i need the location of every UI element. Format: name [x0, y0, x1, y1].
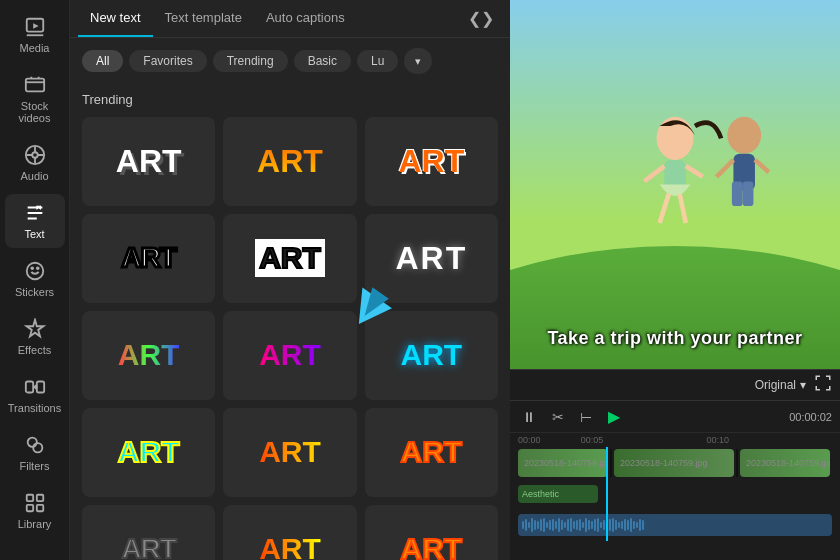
wave-bar: [564, 522, 566, 528]
tab-new-text[interactable]: New text: [78, 0, 153, 37]
sidebar-label-effects: Effects: [18, 344, 51, 356]
pill-favorites[interactable]: Favorites: [129, 50, 206, 72]
label-clip[interactable]: Aesthetic: [518, 485, 598, 503]
text-card-13[interactable]: ART: [82, 505, 215, 561]
wave-bar: [603, 520, 605, 530]
svg-rect-3: [25, 79, 43, 92]
text-card-1[interactable]: ART: [82, 117, 215, 206]
ruler-05: 00:05: [581, 435, 707, 445]
sidebar-item-text[interactable]: Text: [5, 194, 65, 248]
pause-button[interactable]: ⏸: [518, 407, 540, 427]
wave-bar: [624, 519, 626, 531]
svg-rect-16: [26, 505, 32, 511]
sidebar-item-transitions[interactable]: Transitions: [5, 368, 65, 422]
svg-point-7: [26, 263, 43, 280]
tab-auto-captions[interactable]: Auto captions: [254, 0, 357, 37]
text-card-4[interactable]: ART: [82, 214, 215, 303]
audio-clip[interactable]: [518, 514, 832, 536]
sidebar-item-library[interactable]: Library: [5, 484, 65, 538]
timeline: ⏸ ✂ ⊢ ▶ 00:00:02 00:00 00:05 00:10 20230…: [510, 400, 840, 560]
svg-rect-15: [36, 495, 42, 501]
sidebar-item-audio[interactable]: Audio: [5, 136, 65, 190]
wave-bar: [615, 520, 617, 530]
clip-3-name: 20230518-140759.jpg: [744, 458, 830, 468]
svg-rect-27: [743, 181, 754, 206]
wave-bar: [543, 518, 545, 532]
text-card-10[interactable]: ART: [82, 408, 215, 497]
tab-text-template[interactable]: Text template: [153, 0, 254, 37]
timeline-tracks: 20230518-140759.jpg 20230518-140759.jpg …: [510, 447, 840, 541]
wave-bar: [594, 519, 596, 531]
svg-rect-14: [26, 495, 32, 501]
pill-trending[interactable]: Trending: [213, 50, 288, 72]
svg-rect-10: [25, 382, 32, 393]
tabs-more-button[interactable]: ❮❯: [460, 1, 502, 36]
art-text-8: ART: [259, 338, 321, 372]
text-card-6[interactable]: ART: [365, 214, 498, 303]
timeline-ruler: 00:00 00:05 00:10: [510, 433, 840, 447]
video-background: [510, 0, 840, 369]
quality-dropdown-chevron: ▾: [800, 378, 806, 392]
art-text-3: ART: [398, 143, 464, 180]
clip-1[interactable]: 20230518-140759.jpg: [518, 449, 608, 477]
original-quality-selector[interactable]: Original ▾: [755, 378, 806, 392]
wave-bar: [531, 518, 533, 532]
cut-button[interactable]: ✂: [548, 407, 568, 427]
text-card-7[interactable]: ART: [82, 311, 215, 400]
wave-bar: [597, 518, 599, 532]
art-text-13: ART: [121, 533, 176, 560]
audio-waveform: [518, 518, 832, 532]
sidebar-item-filters[interactable]: Filters: [5, 426, 65, 480]
text-card-5[interactable]: ART: [223, 214, 356, 303]
art-text-2: ART: [257, 143, 323, 180]
svg-point-12: [27, 438, 36, 447]
pill-lu[interactable]: Lu: [357, 50, 398, 72]
clip-2[interactable]: 20230518-140759.jpg: [614, 449, 734, 477]
art-text-11: ART: [259, 435, 321, 469]
track-row-label: Aesthetic: [518, 480, 832, 508]
sidebar-item-media[interactable]: Media: [5, 8, 65, 62]
art-text-9: ART: [400, 338, 462, 372]
text-card-14[interactable]: ART: [223, 505, 356, 561]
text-card-12[interactable]: ART: [365, 408, 498, 497]
svg-rect-17: [36, 505, 42, 511]
fullscreen-button[interactable]: [814, 374, 832, 396]
current-time: 00:00:02: [789, 411, 832, 423]
text-card-15[interactable]: ART: [365, 505, 498, 561]
text-card-9[interactable]: ART: [365, 311, 498, 400]
wave-bar: [639, 519, 641, 531]
wave-bar: [630, 518, 632, 532]
sidebar-item-effects[interactable]: Effects: [5, 310, 65, 364]
split-button[interactable]: ⊢: [576, 407, 596, 427]
panel-content: Trending ART ART ART ART ART ART: [70, 84, 510, 560]
wave-bar: [642, 520, 644, 530]
wave-bar: [525, 519, 527, 531]
timeline-controls: ⏸ ✂ ⊢ ▶ 00:00:02: [510, 401, 840, 433]
scene-svg: [510, 0, 840, 369]
sidebar-label-library: Library: [18, 518, 52, 530]
text-card-3[interactable]: ART: [365, 117, 498, 206]
wave-bar: [573, 521, 575, 529]
wave-bar: [576, 520, 578, 530]
wave-bar: [609, 519, 611, 531]
sidebar-item-stickers[interactable]: Stickers: [5, 252, 65, 306]
art-text-14: ART: [259, 532, 321, 560]
audio-label-text: Aesthetic: [522, 489, 559, 499]
sidebar-item-stock-videos[interactable]: Stock videos: [5, 66, 65, 132]
text-card-2[interactable]: ART: [223, 117, 356, 206]
wave-bar: [585, 518, 587, 532]
pill-all[interactable]: All: [82, 50, 123, 72]
pills-dropdown-button[interactable]: ▾: [404, 48, 432, 74]
text-card-8[interactable]: ART: [223, 311, 356, 400]
clip-3[interactable]: 20230518-140759.jpg: [740, 449, 830, 477]
text-card-11[interactable]: ART: [223, 408, 356, 497]
sidebar-label-stickers: Stickers: [15, 286, 54, 298]
track-row-video: 20230518-140759.jpg 20230518-140759.jpg …: [518, 449, 832, 477]
svg-point-19: [510, 246, 840, 369]
svg-point-8: [31, 267, 33, 269]
track-row-audio: [518, 511, 832, 539]
play-button[interactable]: ▶: [604, 405, 624, 428]
sidebar-label-filters: Filters: [20, 460, 50, 472]
pill-basic[interactable]: Basic: [294, 50, 351, 72]
wave-bar: [570, 518, 572, 532]
